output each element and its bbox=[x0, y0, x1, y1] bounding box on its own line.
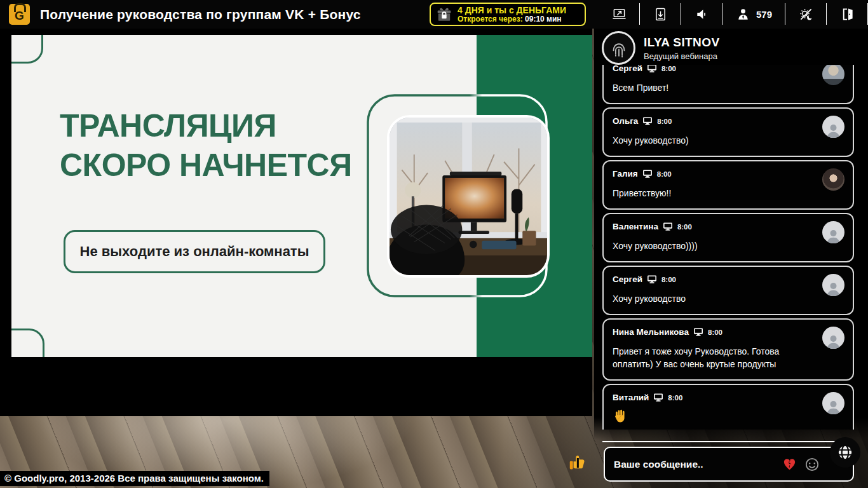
message-author: Ольга bbox=[613, 116, 638, 126]
monitor-icon bbox=[647, 275, 657, 283]
host-role: Ведущий вебинара bbox=[644, 51, 720, 61]
chat-message: Ольга 8:00 Хочу руководство) bbox=[602, 107, 854, 157]
screen-share-icon bbox=[612, 7, 627, 22]
badge-countdown: Откроется через: 09:10 мин bbox=[458, 15, 566, 24]
screen-share-button[interactable] bbox=[599, 0, 640, 29]
chat-message: Сергей 8:00 Всем Привет! bbox=[602, 65, 854, 104]
toolbar: 579 bbox=[599, 0, 868, 29]
globe-icon bbox=[836, 443, 855, 462]
badge-headline: 4 ДНЯ и ты с ДЕНЬГАМИ bbox=[458, 5, 566, 15]
slide-title-line2: СКОРО НАЧНЕТСЯ bbox=[60, 146, 352, 185]
brand-logo: G bbox=[9, 4, 30, 25]
slide-title-line1: ТРАНСЛЯЦИЯ bbox=[60, 106, 352, 146]
avatar bbox=[822, 274, 844, 296]
monitor-icon bbox=[642, 117, 653, 125]
avatar bbox=[822, 65, 844, 85]
message-text: Приветствую!! bbox=[613, 187, 815, 200]
message-author: Валентина bbox=[613, 222, 658, 231]
monitor-icon bbox=[693, 328, 703, 336]
message-text: Хочу руководство)))) bbox=[613, 240, 815, 252]
theme-toggle-icon bbox=[799, 7, 813, 22]
message-author: Нина Мельникова bbox=[613, 327, 689, 337]
slide-title: ТРАНСЛЯЦИЯ СКОРО НАЧНЕТСЯ bbox=[60, 106, 352, 185]
avatar bbox=[822, 168, 844, 191]
exit-door-icon bbox=[840, 7, 855, 22]
chat-message: Сергей 8:00 Хочу руководство bbox=[602, 266, 854, 315]
slide-corner-decoration-bottom bbox=[11, 329, 44, 357]
chat-message: Галия 8:00 Приветствую!! bbox=[602, 160, 854, 210]
message-time: 8:00 bbox=[668, 394, 682, 402]
message-author: Сергей bbox=[613, 65, 642, 73]
exit-room-button[interactable] bbox=[827, 0, 868, 29]
message-time: 8:00 bbox=[661, 276, 676, 283]
badge-countdown-label: Откроется через: bbox=[458, 15, 523, 24]
message-header: Нина Мельникова 8:00 bbox=[613, 327, 815, 337]
message-time: 8:00 bbox=[708, 329, 722, 336]
message-header: Галия 8:00 bbox=[613, 169, 815, 179]
volume-icon bbox=[695, 7, 709, 22]
materials-download-icon bbox=[653, 7, 668, 22]
chat-divider bbox=[602, 441, 854, 442]
message-composer bbox=[604, 447, 854, 482]
message-time: 8:00 bbox=[677, 223, 692, 231]
host-name: ILYA SITNOV bbox=[644, 36, 720, 50]
message-text: Хочу руководство bbox=[613, 292, 815, 305]
message-author: Сергей bbox=[613, 274, 642, 284]
message-text: Хочу руководство) bbox=[613, 134, 815, 147]
hand-wave-icon bbox=[613, 409, 628, 426]
avatar bbox=[822, 116, 844, 138]
message-author: Галия bbox=[613, 169, 638, 179]
host-header: ILYA SITNOV Ведущий вебинара bbox=[602, 31, 720, 65]
slide-corner-decoration-top bbox=[11, 35, 43, 64]
chat-messages: Сергей 8:00 Всем Привет! bbox=[602, 65, 854, 430]
materials-download-button[interactable] bbox=[640, 0, 681, 29]
badge-countdown-timer: 09:10 мин bbox=[525, 15, 562, 24]
avatar bbox=[822, 221, 844, 243]
smiley-icon[interactable] bbox=[804, 457, 820, 472]
message-text: Привет я тоже хочу Руководство. Готова о… bbox=[613, 345, 815, 370]
broken-heart-icon[interactable] bbox=[782, 457, 797, 471]
theme-toggle-button[interactable] bbox=[785, 0, 827, 29]
avatar bbox=[822, 392, 844, 414]
webinar-title: Получение руководства по группам VK + Бо… bbox=[40, 0, 361, 29]
slide: ТРАНСЛЯЦИЯ СКОРО НАЧНЕТСЯ Не выходите из… bbox=[11, 35, 592, 357]
locked-gift-icon bbox=[436, 6, 452, 23]
message-time: 8:00 bbox=[661, 65, 676, 72]
desk-setup-illustration bbox=[390, 118, 547, 275]
avatar bbox=[822, 327, 844, 349]
monitor-icon bbox=[647, 65, 657, 72]
message-time: 8:00 bbox=[657, 118, 672, 125]
monitor-icon bbox=[653, 393, 663, 402]
message-time: 8:00 bbox=[657, 170, 672, 178]
language-globe-button[interactable] bbox=[830, 437, 860, 468]
chat-message: Нина Мельникова 8:00 Привет я тоже хочу … bbox=[602, 318, 854, 381]
message-header: Сергей 8:00 bbox=[613, 274, 815, 284]
chat-panel: ILYA SITNOV Ведущий вебинара Сергей 8:00… bbox=[594, 29, 868, 488]
desk-setup-photo bbox=[387, 115, 550, 278]
countdown-offer-badge[interactable]: 4 ДНЯ и ты с ДЕНЬГАМИ Откроется через: 0… bbox=[430, 3, 586, 26]
monitor-icon bbox=[642, 170, 653, 178]
message-header: Сергей 8:00 bbox=[613, 65, 815, 73]
presentation-stage: ТРАНСЛЯЦИЯ СКОРО НАЧНЕТСЯ Не выходите из… bbox=[0, 29, 592, 416]
brand-logo-letter: G bbox=[15, 9, 24, 23]
thumbs-up-icon bbox=[569, 454, 587, 471]
host-avatar bbox=[602, 31, 635, 65]
message-text: Всем Привет! bbox=[613, 81, 815, 94]
message-header: Валентина 8:00 bbox=[613, 222, 815, 231]
volume-button[interactable] bbox=[681, 0, 722, 29]
fingerprint-icon bbox=[608, 37, 630, 59]
thumbs-up-reaction[interactable] bbox=[569, 454, 587, 471]
viewers-counter[interactable]: 579 bbox=[722, 0, 785, 29]
message-header: Ольга 8:00 bbox=[613, 116, 815, 126]
message-author: Виталий bbox=[613, 393, 649, 402]
copyright-bar: © Goodly.pro, 2013-2026 Все права защище… bbox=[0, 471, 269, 486]
monitor-icon bbox=[663, 222, 673, 231]
chat-message: Валентина 8:00 Хочу руководство)))) bbox=[602, 213, 854, 262]
chat-message: Виталий 8:00 🖐 bbox=[602, 384, 854, 430]
top-bar: G Получение руководства по группам VK + … bbox=[0, 0, 868, 29]
viewers-icon bbox=[736, 7, 750, 22]
viewers-count: 579 bbox=[756, 9, 772, 20]
message-header: Виталий 8:00 bbox=[613, 393, 815, 402]
slide-stay-note: Не выходите из онлайн-комнаты bbox=[64, 230, 325, 273]
